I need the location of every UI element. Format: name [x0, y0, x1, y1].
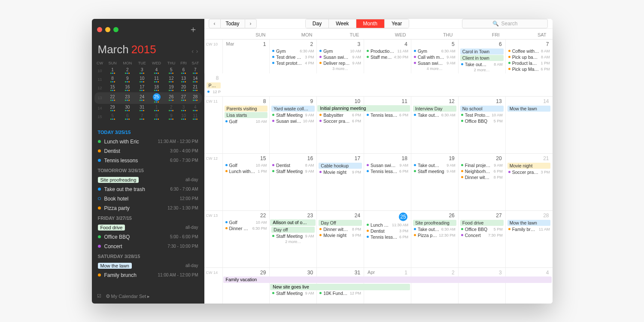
event[interactable]: Susan swi…10 AM [271, 118, 315, 124]
day-cell[interactable]: 3 [458, 268, 505, 304]
prev-button[interactable]: ‹ [209, 19, 221, 28]
event[interactable]: Office BBQ5 PM [460, 226, 504, 232]
event[interactable]: Take out…6:30 AM [413, 112, 456, 118]
more-link[interactable]: 2 more… [460, 67, 504, 72]
event[interactable]: Gym10 AM [319, 48, 362, 54]
allday-event[interactable]: Interview Day [413, 106, 456, 112]
event[interactable]: Pick up Mat…6 PM [507, 66, 551, 72]
day-cell[interactable]: 26Site proofreadingTake out…6:30 AMPizza… [411, 211, 458, 267]
day-cell[interactable]: 14Mow the lawn [505, 97, 553, 153]
event[interactable]: Dentist3 PM [366, 228, 409, 234]
day-cell[interactable]: 3Gym10 AMSusan swim…9 AMDeliver reports9… [316, 39, 364, 73]
reminders-icon[interactable]: ☑ [97, 293, 101, 299]
day-cell[interactable]: 24Day OffDinner with…8 PMMovie night9 PM [316, 211, 364, 267]
event[interactable]: Dentist8 AM [271, 162, 315, 168]
event[interactable]: Tennis lessons6 PM [366, 234, 409, 240]
view-year[interactable]: Year [385, 19, 409, 28]
more-link[interactable]: 4 more… [413, 66, 456, 71]
event[interactable]: Test drive T…3 PM [271, 54, 315, 60]
event[interactable]: Deliver reports9 AM [319, 60, 362, 66]
event[interactable]: Staff Meeting9 AM [271, 233, 315, 239]
agenda-item[interactable]: Book hotel12:00 PM [96, 194, 200, 204]
more-link[interactable]: 2 more… [271, 239, 315, 244]
event[interactable]: Call with m…9 AM [413, 54, 456, 60]
agenda-item[interactable]: Pizza party12:30 - 1:30 PM [96, 204, 200, 213]
prev-month-icon[interactable]: ‹ [191, 48, 194, 55]
day-cell[interactable]: 4Production…11 AMStaff mee…4:30 PM [364, 39, 411, 73]
event[interactable]: Take out…8 AM [460, 61, 504, 67]
day-cell[interactable]: 25Lunch w…11:30 AMDentist3 PMTennis less… [364, 211, 411, 267]
event[interactable]: Staff Meeting9 AM [271, 112, 315, 118]
event[interactable]: Production…11 AM [366, 48, 409, 54]
event[interactable]: Product lau…1 PM [507, 60, 551, 66]
close-icon[interactable] [97, 27, 102, 32]
event[interactable]: Movie night9 PM [319, 232, 362, 238]
event[interactable]: Tennis lessons6 PM [366, 112, 409, 118]
event[interactable]: 10K Fundr…12 PM [319, 290, 362, 296]
event[interactable]: Family bru…11 AM [507, 226, 551, 232]
agenda-item[interactable]: Family brunch11:00 AM - 12:00 PM [96, 270, 200, 280]
event[interactable]: Staff mee…4:30 PM [366, 54, 409, 60]
day-cell[interactable]: 28Mow the lawnFamily bru…11 AM [505, 211, 553, 267]
maximize-icon[interactable] [113, 27, 118, 32]
agenda-list[interactable]: TODAY 3/25/15Lunch with Eric11:30 AM - 1… [92, 125, 204, 289]
event[interactable]: Tennis lessons6 PM [366, 168, 409, 174]
allday-event[interactable]: Mow the lawn [507, 106, 551, 112]
event[interactable]: Soccer pra…3 PM [507, 169, 551, 175]
day-cell[interactable]: 8Parents visitingLisa startsGolf10 AM [222, 97, 270, 153]
event[interactable]: Staff Meeting9 AM [271, 168, 315, 174]
calendar-set-picker[interactable]: My Calendar Set ▸ [106, 293, 150, 299]
event[interactable]: Office BBQ5 PM [460, 118, 504, 124]
event[interactable]: Pick up bagels8 AM [507, 54, 551, 60]
add-button[interactable]: ＋ [187, 24, 199, 36]
event[interactable]: Dinner wi…6:30 PM [225, 225, 268, 231]
day-cell[interactable]: 18Susan swim…9 AMTennis lessons6 PM [364, 154, 411, 210]
event[interactable]: Take car in…12 PM [207, 89, 221, 95]
multi-day-event[interactable]: New site goes live [270, 284, 410, 290]
event[interactable]: Susan swim…9 AM [319, 54, 362, 60]
event[interactable]: Concert7:30 PM [460, 232, 504, 238]
day-cell[interactable]: 19Take out…9 AMStaff meeting9 AM [411, 154, 458, 210]
day-cell[interactable]: 29 [222, 268, 270, 304]
day-cell[interactable]: 17Cable hookupMovie night9 PM [316, 154, 364, 210]
day-cell[interactable]: 12Interview DayTake out…6:30 AM [411, 97, 458, 153]
more-link[interactable]: 3 more… [319, 66, 362, 71]
event[interactable]: Golf10 AM [225, 219, 268, 225]
day-cell[interactable]: 8Parents visitingTake car in…12 PM [204, 73, 222, 96]
day-cell[interactable]: 9Yard waste coll…Staff Meeting9 AMSusan … [269, 97, 316, 153]
view-day[interactable]: Day [306, 19, 329, 28]
allday-event[interactable]: Parents visiting [225, 106, 268, 112]
event[interactable]: Susan swim…9 AM [366, 162, 409, 168]
event[interactable]: Take out…9 AM [413, 162, 456, 168]
multi-day-event[interactable]: Allison out of o… [270, 219, 316, 226]
event[interactable]: Staff Meeting9 AM [271, 290, 315, 296]
allday-event[interactable]: Yard waste coll… [271, 106, 315, 112]
agenda-item[interactable]: Tennis lessons6:00 - 7:30 PM [96, 156, 200, 165]
day-cell[interactable]: 15Golf10 AMLunch with…1 PM [222, 154, 270, 210]
allday-event[interactable]: Carol in Town [460, 49, 504, 55]
agenda-item[interactable]: Dentist3:00 - 4:00 PM [96, 146, 200, 156]
event[interactable]: Susan swim…9 AM [413, 60, 456, 66]
search-input[interactable]: 🔍 Search [462, 19, 548, 28]
day-cell[interactable]: 7Coffee with…8 AMPick up bagels8 AMProdu… [505, 39, 553, 73]
event[interactable]: Lunch with…1 PM [225, 168, 268, 174]
day-cell[interactable]: 5Gym6:30 AMCall with m…9 AMSusan swim…9 … [411, 39, 458, 73]
event[interactable]: Lunch w…11:30 AM [366, 222, 409, 228]
event[interactable]: Golf10 AM [225, 162, 268, 168]
day-cell[interactable]: Mar1 [222, 39, 270, 73]
day-cell[interactable]: 2Gym6:30 AMTest drive T…3 PMTest prototy… [269, 39, 316, 73]
event[interactable]: Gym6:30 AM [271, 48, 315, 54]
day-cell[interactable]: 16Dentist8 AMStaff Meeting9 AM [269, 154, 316, 210]
day-cell[interactable]: 13No schoolTest Protot…10 AMOffice BBQ5 … [458, 97, 505, 153]
allday-event[interactable]: Site proofreading [413, 220, 456, 226]
allday-event[interactable]: Day off [271, 227, 315, 233]
next-button[interactable]: › [245, 19, 257, 28]
event[interactable]: Golf10 AM [225, 118, 268, 125]
allday-event[interactable]: Food drive [460, 220, 504, 226]
event[interactable]: Dinner with…8 PM [319, 226, 362, 232]
mini-calendar[interactable]: CWSUNMONTUEWEDTHUFRISAT10123456711891011… [92, 58, 204, 125]
allday-event[interactable]: Parents visiting [207, 82, 221, 88]
allday-event[interactable]: No school [460, 106, 504, 112]
view-month[interactable]: Month [356, 19, 385, 28]
event[interactable]: Coffee with…8 AM [507, 48, 551, 54]
